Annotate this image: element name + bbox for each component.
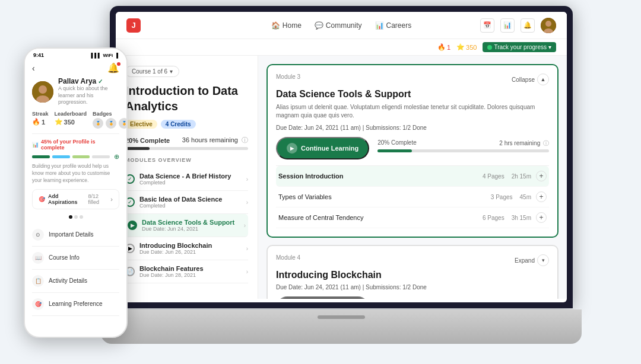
phone-content: Pallav Arya ✓ A quick bio about the lear…: [25, 77, 126, 318]
module-list-item-3[interactable]: ▶ Data Science Tools & Support Due Date:…: [125, 214, 248, 237]
dot-1[interactable]: [69, 215, 72, 219]
right-panel: Module 3 Collapse ▲ Data Science Tools &…: [258, 56, 567, 299]
activity-icon: 📋: [32, 275, 44, 287]
menu-item-important-details[interactable]: ⊙ Important Details: [32, 223, 119, 247]
stars-badge: ⭐ 350: [456, 43, 477, 51]
battery-icon: ▐: [115, 53, 118, 58]
aspirations-arrow: ›: [110, 196, 113, 203]
menu-item-course-info[interactable]: 📖 Course Info: [32, 247, 119, 270]
menu-label-activity: Activity Details: [49, 277, 87, 284]
course-of-button[interactable]: Course 1 of 6 ▾: [125, 66, 179, 77]
module-card-3: Module 3 Collapse ▲ Data Science Tools &…: [266, 64, 559, 238]
aspirations-label: 🎯 Add Aspirations: [39, 193, 88, 205]
module-3-progress-fill: [377, 149, 412, 152]
back-button[interactable]: ‹: [32, 63, 35, 73]
profile-progress-track: ⊕: [32, 153, 119, 161]
session-item-3[interactable]: Measure of Central Tendency 6 Pages 3h 1…: [276, 207, 549, 228]
bio-helper-text: Building your profile would help us know…: [32, 163, 119, 184]
module-4-tag: Module 4: [276, 254, 300, 261]
module-chevron-4: ›: [246, 245, 248, 252]
laptop-base: [101, 309, 582, 344]
badges-stat: Badges 🏅 🏅 🏅 +2: [93, 111, 126, 129]
notification-icon[interactable]: 🔔: [521, 18, 535, 33]
check-icon-3: ▶: [128, 221, 137, 230]
module-list-item-1[interactable]: ✓ Data Science - A Brief History Complet…: [125, 168, 248, 191]
menu-label-learning: Learning Preference: [49, 301, 103, 307]
module-4-meta: Due Date: Jun 24, 2021 (11 am) | Submiss…: [276, 284, 549, 290]
nav-right: 📅 📊 🔔: [480, 18, 556, 33]
track-dot: [487, 45, 492, 50]
dot-2[interactable]: [74, 215, 78, 219]
session-list: Session Introduction 4 Pages 2h 15m + Ty…: [276, 165, 549, 228]
notification-icon[interactable]: 🔔: [107, 62, 119, 74]
session-expand-3[interactable]: +: [536, 212, 547, 223]
progress-seg-2: [52, 155, 70, 158]
laptop-device: J 🏠 Home 💬 Community 📊 Careers 📅 📊 🔔: [101, 6, 582, 344]
avatar: [32, 81, 53, 103]
nav-home[interactable]: 🏠 Home: [271, 21, 302, 30]
module-list-item-4[interactable]: ▶ Introducing Blockchain Due Date: Jun 2…: [125, 237, 248, 260]
collapse-arrow-icon: ▲: [537, 74, 549, 85]
module-3-meta: Due Date: Jun 24, 2021 (11 am) | Submiss…: [276, 124, 549, 131]
calendar-icon[interactable]: 📅: [480, 18, 494, 33]
dot-3[interactable]: [80, 215, 83, 219]
user-avatar[interactable]: [541, 18, 556, 33]
app-logo: J: [126, 18, 141, 33]
continue-learning-button-3[interactable]: ▶ Continue Learning: [276, 137, 369, 159]
session-expand-1[interactable]: +: [536, 171, 547, 181]
module-3-title: Data Science Tools & Support: [276, 89, 549, 100]
badges-row: 🏅 🏅 🏅 +2: [93, 118, 126, 129]
module-list-item-2[interactable]: ✓ Basic Idea of Data Science Completed ›: [125, 191, 248, 214]
module-info-5: Blockchain Features Due Date: Jun 28, 20…: [139, 265, 246, 278]
module-3-desc: Alias ipsum ut delenit quae. Voluptatum …: [276, 103, 549, 120]
nav-community[interactable]: 💬 Community: [315, 21, 362, 30]
expand-arrow-icon: ▾: [537, 254, 549, 266]
session-expand-2[interactable]: +: [536, 191, 547, 202]
modules-overview-label: MODULES OVERVIEW: [125, 157, 248, 163]
phone-stats-row: Streak 🔥 1 Leaderboard ⭐ 350 Badges 🏅 🏅: [32, 111, 119, 129]
verified-icon: ✓: [98, 78, 103, 85]
nav-careers[interactable]: 📊 Careers: [375, 21, 412, 30]
learning-pref-icon: 🎯: [32, 298, 44, 310]
module-card-4-header: Module 4 Expand ▾: [276, 254, 549, 266]
phone-status-bar: 9:41 ▌▌▌ WiFi ▐: [25, 49, 126, 60]
module-chevron-5: ›: [246, 269, 248, 275]
menu-item-activity[interactable]: 📋 Activity Details: [32, 270, 119, 293]
add-aspirations-button[interactable]: 🎯 Add Aspirations 8/12 filled ›: [32, 189, 119, 209]
streak-stat: Streak 🔥 1: [32, 111, 49, 129]
svg-point-4: [545, 21, 551, 27]
module-list-item-5[interactable]: 📄 Blockchain Features Due Date: Jun 28, …: [125, 260, 248, 283]
badge-3: 🏅: [119, 118, 126, 129]
laptop-subbar: 🔥 1 ⭐ 350 Track your progress ▾: [116, 39, 567, 56]
track-progress-button[interactable]: Track your progress ▾: [483, 42, 556, 52]
expand-button[interactable]: Expand ▾: [515, 254, 549, 266]
course-progress-row: 20% Complete 36 hours remaining ⓘ: [125, 136, 248, 145]
session-item-2[interactable]: Types of Variables 3 Pages 45m +: [276, 187, 549, 207]
session-item-1[interactable]: Session Introduction 4 Pages 2h 15m +: [276, 166, 549, 187]
analytics-icon[interactable]: 📊: [500, 18, 515, 33]
laptop-screen: J 🏠 Home 💬 Community 📊 Careers 📅 📊 🔔: [116, 12, 567, 302]
signal-icon: ▌▌▌: [91, 53, 101, 58]
user-info: Pallav Arya ✓ A quick bio about the lear…: [58, 77, 119, 106]
nav-links: 🏠 Home 💬 Community 📊 Careers: [271, 21, 411, 30]
menu-item-learning-pref[interactable]: 🎯 Learning Preference: [32, 293, 119, 316]
leaderboard-stat: Leaderboard ⭐ 350: [55, 111, 87, 129]
module-chevron-3: ›: [244, 222, 246, 229]
module-card-4: Module 4 Expand ▾ Introducing Blockchain…: [266, 245, 559, 299]
hours-remaining: 36 hours remaining ⓘ: [182, 136, 248, 145]
phone-status-icons: ▌▌▌ WiFi ▐: [91, 53, 119, 58]
continue-row-4: ▶ Continue Learning 20% Complete 2 hrs r…: [276, 296, 549, 299]
important-details-icon: ⊙: [32, 229, 44, 241]
continue-row-3: ▶ Continue Learning 20% Complete 2 hrs r…: [276, 137, 549, 159]
collapse-button[interactable]: Collapse ▲: [512, 74, 549, 85]
progress-add-icon[interactable]: ⊕: [114, 153, 119, 161]
profile-icon: 📊: [32, 142, 39, 148]
module-info-4: Introducing Blockchain Due Date: Jun 26,…: [139, 242, 246, 255]
module-info-3: Data Science Tools & Support Due Date: J…: [142, 219, 244, 232]
chevron-icon: ▾: [170, 68, 173, 75]
continue-learning-button-4[interactable]: ▶ Continue Learning: [276, 296, 369, 299]
module-chevron-2: ›: [246, 199, 248, 206]
info-icon: ⓘ: [242, 136, 248, 143]
phone-time: 9:41: [33, 52, 44, 58]
menu-label-important: Important Details: [49, 231, 94, 238]
